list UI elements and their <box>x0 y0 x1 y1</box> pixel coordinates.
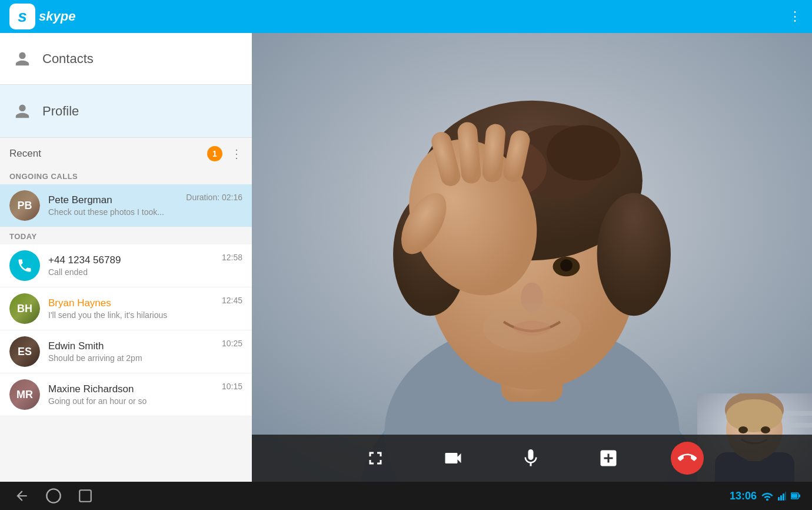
bottom-nav-icons <box>12 486 95 506</box>
section-today: TODAY <box>0 227 252 244</box>
svg-point-34 <box>738 426 748 433</box>
bryan-haynes-info: Bryan Haynes I'll send you the link, it'… <box>48 297 214 320</box>
recent-label: Recent <box>9 148 41 160</box>
bottom-bar: 13:06 <box>0 482 812 510</box>
video-button[interactable] <box>438 443 468 473</box>
recent-menu-button[interactable]: ⋮ <box>231 147 242 161</box>
svg-rect-39 <box>780 495 782 501</box>
avatar-edwin-smith: ES <box>9 336 40 367</box>
svg-point-11 <box>597 193 671 316</box>
avatar-pete-bergman: PB <box>9 190 40 221</box>
recent-header-right: 1 ⋮ <box>207 146 242 161</box>
svg-rect-44 <box>791 494 797 498</box>
contacts-icon <box>12 48 33 69</box>
skype-logo-icon: s <box>9 4 35 29</box>
edwin-smith-info: Edwin Smith Should be arriving at 2pm <box>48 340 214 363</box>
fullscreen-button[interactable] <box>360 443 391 473</box>
contacts-label: Contacts <box>42 51 94 67</box>
main-video-area <box>252 33 812 482</box>
phone-info: +44 1234 56789 Call ended <box>48 254 214 277</box>
phone-number-name: +44 1234 56789 <box>48 254 214 266</box>
svg-point-33 <box>726 399 783 432</box>
avatar-bryan-haynes: BH <box>9 293 40 324</box>
profile-icon <box>12 101 33 122</box>
sidebar-item-profile[interactable]: Profile <box>0 85 252 138</box>
maxine-richardson-time: 10:15 <box>222 382 242 391</box>
recent-header: Recent 1 ⋮ <box>0 138 252 167</box>
avatar-maxine-richardson: MR <box>9 379 40 410</box>
svg-rect-37 <box>79 490 91 502</box>
call-toolbar <box>252 435 812 482</box>
avatar-pete-initials: PB <box>9 190 40 221</box>
top-bar: s skype ⋮ <box>0 0 812 33</box>
phone-preview: Call ended <box>48 267 214 277</box>
maxine-richardson-info: Maxine Richardson Going out for an hour … <box>48 383 214 406</box>
video-background <box>252 33 812 482</box>
contact-item-bryan-haynes[interactable]: BH Bryan Haynes I'll send you the link, … <box>0 287 252 330</box>
avatar-bryan-initials: BH <box>9 293 40 324</box>
status-bar-right: 13:06 <box>730 490 800 502</box>
back-button[interactable] <box>12 486 32 506</box>
avatar-maxine-initials: MR <box>9 379 40 410</box>
skype-logo: s skype <box>9 4 75 29</box>
battery-icon <box>791 491 800 501</box>
wifi-icon <box>761 491 773 501</box>
sidebar: Contacts Profile Recent 1 ⋮ ONGOING CALL… <box>0 33 252 482</box>
skype-wordmark: skype <box>39 9 75 24</box>
skype-s-letter: s <box>18 7 27 26</box>
maxine-richardson-preview: Going out for an hour or so <box>48 396 214 406</box>
edwin-smith-time: 10:25 <box>222 339 242 348</box>
svg-rect-40 <box>783 494 784 501</box>
contact-item-pete-bergman[interactable]: PB Pete Bergman Check out these photos I… <box>0 184 252 227</box>
recent-badge: 1 <box>207 146 222 161</box>
home-button[interactable] <box>44 486 64 506</box>
bryan-haynes-name: Bryan Haynes <box>48 297 214 309</box>
contact-item-edwin-smith[interactable]: ES Edwin Smith Should be arriving at 2pm… <box>0 330 252 373</box>
svg-point-36 <box>46 489 60 502</box>
bryan-haynes-time: 12:45 <box>222 296 242 305</box>
recents-button[interactable] <box>75 486 95 506</box>
profile-label: Profile <box>42 104 79 119</box>
pete-bergman-time: Duration: 02:16 <box>186 193 242 202</box>
mute-button[interactable] <box>515 443 546 473</box>
contact-item-phone[interactable]: +44 1234 56789 Call ended 12:58 <box>0 244 252 287</box>
edwin-smith-name: Edwin Smith <box>48 340 214 352</box>
svg-rect-43 <box>799 495 801 498</box>
svg-rect-41 <box>785 492 786 501</box>
top-menu-button[interactable]: ⋮ <box>788 9 803 24</box>
section-ongoing-calls: ONGOING CALLS <box>0 167 252 184</box>
sidebar-item-contacts[interactable]: Contacts <box>0 33 252 85</box>
svg-point-15 <box>560 259 573 271</box>
add-participants-button[interactable] <box>593 443 624 473</box>
end-call-button[interactable] <box>671 442 704 475</box>
phone-time: 12:58 <box>222 253 242 262</box>
pete-bergman-name: Pete Bergman <box>48 194 178 206</box>
pete-bergman-preview: Check out these photos I took... <box>48 207 178 217</box>
status-time: 13:06 <box>730 490 757 502</box>
pete-bergman-info: Pete Bergman Check out these photos I to… <box>48 194 178 217</box>
svg-point-35 <box>761 426 770 433</box>
edwin-smith-preview: Should be arriving at 2pm <box>48 353 214 363</box>
contact-item-maxine-richardson[interactable]: MR Maxine Richardson Going out for an ho… <box>0 373 252 416</box>
svg-rect-38 <box>778 497 780 501</box>
maxine-richardson-name: Maxine Richardson <box>48 383 214 395</box>
signal-icon <box>778 491 786 501</box>
avatar-edwin-initials: ES <box>9 336 40 367</box>
svg-point-18 <box>482 303 581 353</box>
bryan-haynes-preview: I'll send you the link, it's hilarious <box>48 310 214 320</box>
phone-avatar <box>9 250 40 281</box>
svg-point-8 <box>547 125 620 181</box>
